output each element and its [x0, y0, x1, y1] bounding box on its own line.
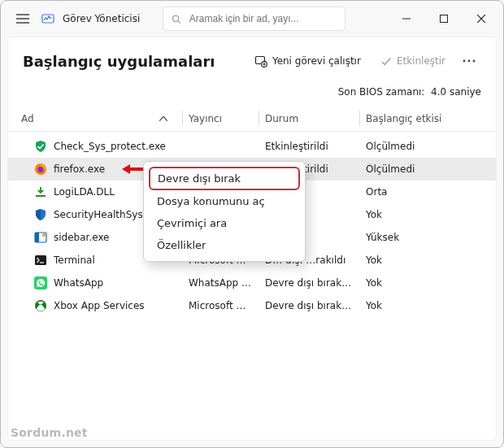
close-button[interactable]	[463, 7, 500, 31]
more-button[interactable]	[457, 59, 481, 63]
maximize-button[interactable]	[425, 7, 463, 31]
row-publisher: Microsoft C...	[182, 300, 259, 311]
titlebar: Görev Yöneticisi	[1, 1, 503, 37]
row-status: Etkinleştirildi	[259, 141, 359, 152]
watermark: Sordum.net	[11, 426, 88, 439]
svg-rect-7	[441, 15, 448, 23]
page-header: Başlangıç uygulamaları Yeni görevi çalış…	[8, 37, 496, 81]
row-name: Terminal	[54, 254, 95, 266]
row-impact: Yok	[359, 300, 496, 311]
xbox-icon	[34, 299, 47, 312]
table-header: Ad Yayıncı Durum Başlangıç etkisi	[8, 106, 496, 132]
row-name: Check_Sys_protect.exe	[54, 141, 166, 152]
sort-ascending-icon	[159, 116, 167, 121]
row-impact: Ölçülmedi	[359, 163, 496, 175]
check-icon	[380, 55, 392, 67]
run-new-task-button[interactable]: Yeni görevi çalıştır	[246, 50, 369, 72]
page-title: Başlangıç uygulamaları	[23, 53, 215, 70]
row-status: Devre dışı bırakıldı	[259, 277, 359, 289]
search-icon	[172, 14, 181, 24]
shield-green-icon	[34, 140, 47, 153]
svg-point-4	[173, 15, 179, 21]
table-row[interactable]: Xbox App ServicesMicrosoft C...Devre dış…	[8, 294, 496, 317]
row-status: Devre dışı bırakıldı	[259, 300, 359, 311]
search-box[interactable]	[163, 7, 345, 31]
close-icon	[477, 15, 485, 23]
row-impact: Yok	[359, 254, 496, 266]
svg-point-14	[463, 60, 466, 63]
column-publisher[interactable]: Yayıncı	[182, 106, 259, 131]
download-icon	[34, 185, 47, 198]
terminal-icon	[34, 254, 47, 267]
row-impact: Yok	[359, 277, 496, 289]
content-panel: Başlangıç uygulamaları Yeni görevi çalış…	[7, 37, 497, 441]
context-menu: Devre dışı bırakDosya konumunu açÇevrimi…	[143, 161, 306, 262]
context-menu-disable[interactable]: Devre dışı bırak	[149, 167, 300, 190]
row-name: firefox.exe	[54, 163, 105, 175]
row-impact: Orta	[359, 186, 496, 198]
shield-blue-icon	[34, 208, 47, 221]
bios-time: Son BIOS zamanı: 4.0 saniye	[8, 81, 496, 106]
svg-point-15	[468, 60, 471, 63]
row-name: LogiLDA.DLL	[54, 186, 115, 198]
column-status[interactable]: Durum	[259, 106, 359, 131]
minimize-button[interactable]	[388, 7, 425, 31]
svg-marker-18	[122, 164, 130, 174]
context-menu-search[interactable]: Çevrimiçi ara	[149, 212, 300, 234]
row-name: sidebar.exe	[54, 232, 110, 243]
bios-value: 4.0 saniye	[431, 86, 481, 98]
row-impact: Ölçülmedi	[359, 141, 496, 152]
maximize-icon	[440, 15, 448, 23]
svg-point-16	[473, 60, 476, 63]
row-impact: Yok	[359, 209, 496, 220]
pointer-arrow-icon	[122, 163, 143, 175]
table-row[interactable]: WhatsAppWhatsApp I...Devre dışı bırakıld…	[8, 272, 496, 294]
window-controls	[388, 7, 500, 31]
run-new-task-icon	[254, 54, 267, 67]
search-input[interactable]	[189, 13, 337, 24]
sidebar-icon	[34, 231, 47, 244]
row-name: SecurityHealthSyst	[54, 209, 146, 220]
menu-button[interactable]	[12, 8, 33, 29]
row-impact: Yüksek	[359, 232, 496, 243]
whatsapp-icon	[34, 276, 47, 289]
table-row[interactable]: Check_Sys_protect.exeEtkinleştirildiÖlçü…	[8, 135, 496, 158]
bios-label: Son BIOS zamanı:	[338, 86, 425, 98]
column-name[interactable]: Ad	[15, 106, 182, 131]
firefox-icon	[34, 163, 47, 176]
row-name: WhatsApp	[54, 277, 103, 289]
window-frame: Görev Yöneticisi	[0, 0, 504, 448]
row-name: Xbox App Services	[54, 300, 145, 311]
context-menu-open-loc[interactable]: Dosya konumunu aç	[149, 190, 300, 212]
context-menu-props[interactable]: Özellikler	[149, 234, 300, 256]
more-icon	[463, 59, 476, 63]
row-publisher: WhatsApp I...	[182, 277, 259, 289]
enable-button[interactable]: Etkinleştir	[372, 51, 454, 71]
app-icon	[41, 12, 54, 25]
hamburger-icon	[16, 14, 29, 24]
column-impact[interactable]: Başlangıç etkisi	[359, 106, 496, 131]
svg-line-5	[178, 20, 180, 23]
minimize-icon	[402, 15, 411, 23]
run-new-task-label: Yeni görevi çalıştır	[272, 55, 361, 67]
startup-table: Ad Yayıncı Durum Başlangıç etkisi Check_…	[8, 106, 496, 440]
window-title: Görev Yöneticisi	[63, 13, 140, 24]
enable-label: Etkinleştir	[397, 55, 445, 67]
